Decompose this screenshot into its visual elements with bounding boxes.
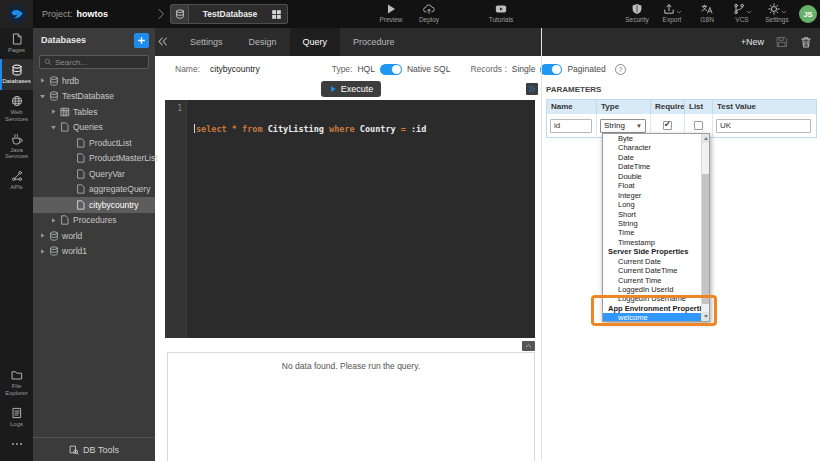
new-query-button[interactable]: +New: [741, 37, 764, 47]
tree-item-ProductList[interactable]: ProductList: [33, 135, 155, 151]
user-avatar[interactable]: JS: [799, 5, 817, 23]
type-option-hql[interactable]: HQL: [357, 64, 374, 74]
tree-item-Procedures[interactable]: Procedures: [33, 213, 155, 229]
type-option-float[interactable]: Float: [603, 181, 701, 190]
type-option-string[interactable]: String: [603, 219, 701, 228]
type-option-current-date[interactable]: Current Date: [603, 257, 701, 266]
param-name-input[interactable]: [550, 119, 592, 133]
sidebar-item-logs[interactable]: Logs: [0, 402, 33, 433]
param-type-select[interactable]: String ▼: [600, 119, 646, 133]
folder-icon: [11, 369, 23, 381]
tree-item-citybycountry[interactable]: citybycountry: [33, 197, 155, 213]
tree-item-world[interactable]: world: [33, 228, 155, 244]
gear-icon: [768, 3, 780, 15]
list-checkbox[interactable]: [694, 121, 703, 130]
security-button[interactable]: Security: [624, 2, 650, 23]
tree-item-Tables[interactable]: Tables: [33, 104, 155, 120]
param-test-value-input[interactable]: [716, 119, 811, 133]
type-option-loggedin-userid[interactable]: LoggedIn UserId: [603, 285, 701, 294]
tab-procedure[interactable]: Procedure: [340, 28, 408, 56]
scroll-down-button[interactable]: [702, 312, 709, 321]
sidebar-item-web-services[interactable]: Web Services: [0, 90, 33, 128]
tree-item-hrdb[interactable]: hrdb: [33, 73, 155, 89]
query-name-value: citybycountry: [210, 64, 260, 74]
dropdown-scrollbar[interactable]: [701, 134, 709, 321]
help-icon[interactable]: ?: [615, 64, 626, 75]
required-checkbox[interactable]: [663, 121, 672, 130]
type-option-byte[interactable]: Byte: [603, 134, 701, 143]
db-tools-label: DB Tools: [83, 445, 119, 455]
expand-parameters-button[interactable]: [526, 83, 538, 95]
tree-item-ProductMasterList[interactable]: ProductMasterList: [33, 151, 155, 167]
db-tools-button[interactable]: DB Tools: [33, 437, 155, 461]
type-option-native-sql[interactable]: Native SQL: [407, 64, 450, 74]
sidebar-item-pages[interactable]: Pages: [0, 28, 33, 59]
tab-query[interactable]: Query: [290, 28, 341, 56]
type-option-loggedin-username[interactable]: LoggedIn Username: [603, 294, 701, 303]
tree-expand-arrow-icon: [39, 232, 46, 239]
tree-item-TestDatabase[interactable]: TestDatabase: [33, 89, 155, 105]
type-option-timestamp[interactable]: Timestamp: [603, 238, 701, 247]
sql-editor[interactable]: 1 select * from CityListing where Countr…: [165, 100, 535, 338]
sidebar-item-apis[interactable]: APIs: [0, 165, 33, 196]
database-context-tab[interactable]: TestDatabase: [170, 4, 288, 24]
column-header-test-value: Test Value: [713, 100, 816, 114]
type-option-current-time[interactable]: Current Time: [603, 276, 701, 285]
trash-icon[interactable]: [800, 36, 812, 48]
deploy-button[interactable]: Deploy: [410, 2, 448, 23]
query-tab-bar: SettingsDesignQueryProcedure +New: [155, 28, 820, 56]
type-option-character[interactable]: Character: [603, 143, 701, 152]
chevron-up-icon: [525, 343, 532, 349]
type-option-time[interactable]: Time: [603, 228, 701, 237]
table-icon: [60, 107, 70, 117]
type-option-current-datetime[interactable]: Current DateTime: [603, 266, 701, 275]
type-option-date[interactable]: Date: [603, 153, 701, 162]
add-database-button[interactable]: [134, 33, 149, 48]
database-icon: [175, 9, 185, 19]
search-input[interactable]: [55, 58, 144, 67]
vcs-button[interactable]: VCS: [729, 2, 755, 23]
collapse-editor-button[interactable]: [522, 341, 535, 351]
sidebar-item-file-explorer[interactable]: File Explorer: [0, 364, 33, 402]
web-services-label: Web Services: [1, 109, 32, 123]
results-panel: No data found. Please run the query.: [167, 352, 535, 461]
tab-design[interactable]: Design: [236, 28, 290, 56]
records-option-single[interactable]: Single: [512, 64, 536, 74]
i18n-button[interactable]: I18N: [694, 2, 720, 23]
type-option-short[interactable]: Short: [603, 210, 701, 219]
collapse-panel-icon[interactable]: [157, 36, 168, 47]
scroll-up-button[interactable]: [702, 134, 709, 143]
database-tab-label: TestDatabase: [189, 9, 271, 19]
tutorials-button[interactable]: Tutorials: [482, 2, 520, 23]
sql-token-keyword: from: [242, 124, 262, 134]
query-type-group: Type: HQL Native SQL: [332, 64, 451, 75]
tree-item-Queries[interactable]: Queries: [33, 120, 155, 136]
scrollbar-thumb[interactable]: [702, 174, 709, 304]
type-option-double[interactable]: Double: [603, 172, 701, 181]
export-button[interactable]: Export: [659, 2, 685, 23]
databases-panel: Databases hrdbTestDatabaseTablesQueriesP…: [33, 28, 155, 461]
settings-button[interactable]: Settings: [764, 2, 790, 23]
type-option-long[interactable]: Long: [603, 200, 701, 209]
sidebar-item-more[interactable]: [0, 433, 33, 457]
records-toggle[interactable]: [540, 64, 562, 75]
settings-label: Settings: [765, 16, 789, 23]
sidebar-item-java-services[interactable]: Java Services: [0, 128, 33, 166]
database-tree: hrdbTestDatabaseTablesQueriesProductList…: [33, 73, 155, 259]
type-option-welcome[interactable]: welcome: [603, 313, 701, 321]
execute-button[interactable]: Execute: [321, 81, 381, 97]
i18n-label: I18N: [700, 16, 714, 23]
tree-item-aggregateQuery[interactable]: aggregateQuery: [33, 182, 155, 198]
preview-button[interactable]: Preview: [372, 2, 410, 23]
tab-settings[interactable]: Settings: [177, 28, 236, 56]
records-option-paginated[interactable]: Paginated: [567, 64, 605, 74]
i18n-icon-row: [701, 2, 713, 15]
type-option-datetime[interactable]: DateTime: [603, 162, 701, 171]
type-toggle[interactable]: [380, 64, 402, 75]
tree-item-QueryVar[interactable]: QueryVar: [33, 166, 155, 182]
save-icon[interactable]: [776, 36, 788, 48]
sidebar-item-databases[interactable]: Databases: [0, 59, 33, 90]
db-icon: [49, 76, 59, 86]
type-option-integer[interactable]: Integer: [603, 191, 701, 200]
tree-item-world1[interactable]: world1: [33, 244, 155, 260]
